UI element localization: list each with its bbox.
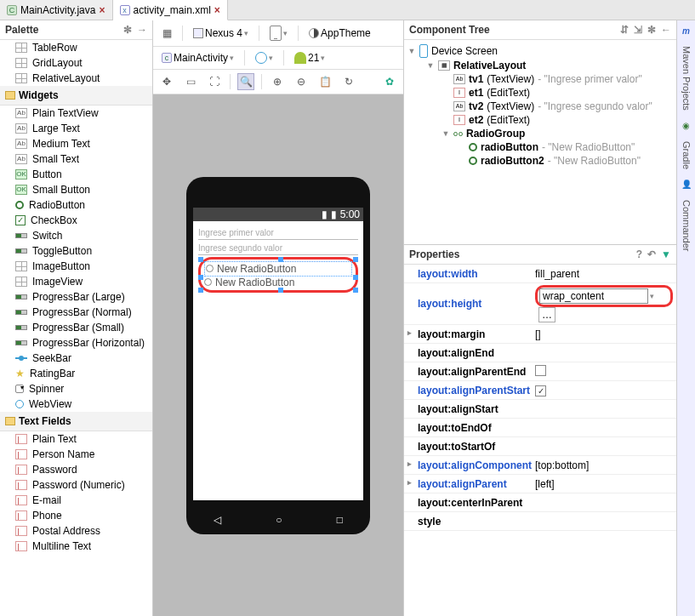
palette-item[interactable]: ImageButton xyxy=(0,259,152,274)
gear-icon[interactable]: ✻ xyxy=(647,24,656,36)
home-icon[interactable]: ○ xyxy=(276,514,282,526)
tab-main-activity[interactable]: C MainActivity.java × xyxy=(0,0,113,20)
collapse-icon[interactable]: ⇲ xyxy=(634,24,642,36)
property-row[interactable]: ▸layout:alignParent[left] xyxy=(404,475,676,493)
palette-item[interactable]: WebView xyxy=(0,396,152,412)
zoom-out-icon[interactable]: ⊖ xyxy=(293,73,310,90)
show-bounds-icon[interactable]: ▦ xyxy=(158,25,175,42)
palette-item[interactable]: Spinner xyxy=(0,381,152,396)
palette-item[interactable]: Phone xyxy=(0,508,152,523)
palette-item[interactable]: ProgressBar (Small) xyxy=(0,320,152,335)
property-row[interactable]: layout:height▾… xyxy=(404,283,676,325)
palette-item[interactable]: AbMedium Text xyxy=(0,136,152,151)
palette-item[interactable]: Plain Text xyxy=(0,431,152,447)
property-row[interactable]: layout:widthfill_parent xyxy=(404,265,676,283)
clipboard-icon[interactable]: 📋 xyxy=(316,73,333,90)
property-row[interactable]: layout:alignStart xyxy=(404,400,676,419)
palette-item[interactable]: Password xyxy=(0,462,152,477)
palette-item[interactable]: SeekBar xyxy=(0,351,152,366)
palette-item[interactable]: ✓CheckBox xyxy=(0,213,152,228)
zoom-icon[interactable]: 🔍 xyxy=(237,73,254,90)
tree-item[interactable]: I et2 (EditText) xyxy=(407,113,673,127)
commander-button[interactable]: Commander xyxy=(680,195,693,257)
tree-item[interactable]: radioButton2 - "New RadioButton" xyxy=(407,154,673,168)
palette-item[interactable]: TableRow xyxy=(0,40,152,55)
m-icon[interactable]: m xyxy=(680,24,693,37)
zoom-fit-icon[interactable]: ⛶ xyxy=(206,73,223,90)
palette-item[interactable]: ProgressBar (Horizontal) xyxy=(0,335,152,351)
property-row[interactable]: layout:centerInParent xyxy=(404,493,676,512)
checkbox[interactable] xyxy=(535,365,546,376)
refresh-icon[interactable]: ↻ xyxy=(340,73,357,90)
palette-item[interactable]: Postal Address xyxy=(0,523,152,539)
palette-item[interactable]: OKSmall Button xyxy=(0,182,152,197)
palette-item[interactable]: GridLayout xyxy=(0,55,152,71)
checkbox[interactable]: ✓ xyxy=(535,385,546,396)
tree-item[interactable]: radioButton - "New RadioButton" xyxy=(407,140,673,154)
property-row[interactable]: layout:toEndOf xyxy=(404,419,676,437)
property-row[interactable]: layout:alignParentEnd xyxy=(404,362,676,381)
chevron-right-icon[interactable]: → xyxy=(137,24,147,36)
property-row[interactable]: ▸layout:margin[] xyxy=(404,325,676,344)
palette-item[interactable]: Multiline Text xyxy=(0,539,152,554)
tree-item[interactable]: ▼ RadioGroup xyxy=(407,127,673,140)
theme-dropdown[interactable]: AppTheme xyxy=(305,26,374,41)
properties-body[interactable]: layout:widthfill_parentlayout:height▾…▸l… xyxy=(404,265,676,616)
maven-projects-button[interactable]: Maven Projects xyxy=(680,41,693,116)
zoom-in-icon[interactable]: ⊕ xyxy=(269,73,286,90)
ellipsis-button[interactable]: … xyxy=(538,307,555,322)
api-dropdown[interactable]: 21 ▾ xyxy=(291,50,328,66)
palette-item[interactable]: OKButton xyxy=(0,167,152,182)
property-row[interactable]: layout:alignEnd xyxy=(404,344,676,362)
tree-item[interactable]: ▼▦ RelativeLayout xyxy=(407,59,673,72)
commander-icon[interactable]: 👤 xyxy=(680,178,693,191)
chevron-left-icon[interactable]: ← xyxy=(661,24,671,36)
palette-item[interactable]: ToggleButton xyxy=(0,243,152,259)
tab-activity-main-xml[interactable]: x activity_main.xml × xyxy=(113,0,228,20)
palette-category[interactable]: Text Fields xyxy=(0,412,152,431)
help-icon[interactable]: ? xyxy=(636,248,642,260)
device-dropdown[interactable]: Nexus 4 ▾ xyxy=(190,26,252,41)
palette-item[interactable]: Person Name xyxy=(0,447,152,462)
device-screen[interactable]: ▮ ▮ 5:00 Ingrese primer valor Ingrese se… xyxy=(193,208,363,500)
hint-tv1[interactable]: Ingrese primer valor xyxy=(198,226,358,240)
design-canvas[interactable]: ▮ ▮ 5:00 Ingrese primer valor Ingrese se… xyxy=(153,94,403,616)
hint-tv2[interactable]: Ingrese segundo valor xyxy=(198,242,358,255)
palette-item[interactable]: Switch xyxy=(0,228,152,243)
expand-icon[interactable]: ⇵ xyxy=(620,24,629,36)
tree-item[interactable]: Ab tv2 (TextView) - "Ingrese segundo val… xyxy=(407,100,673,113)
activity-dropdown[interactable]: c MainActivity ▾ xyxy=(158,50,237,66)
orientation-dropdown[interactable]: ▾ xyxy=(266,24,291,43)
back-icon[interactable]: ◁ xyxy=(214,514,221,526)
tree-item[interactable]: I et1 (EditText) xyxy=(407,86,673,100)
property-row[interactable]: layout:alignParentStart✓ xyxy=(404,381,676,400)
palette-item[interactable]: RadioButton xyxy=(0,197,152,213)
tree-item[interactable]: Ab tv1 (TextView) - "Ingrese primer valo… xyxy=(407,72,673,86)
palette-item[interactable]: AbPlain TextView xyxy=(0,106,152,121)
gradle-button[interactable]: Gradle xyxy=(680,136,693,174)
palette-body[interactable]: TableRowGridLayoutRelativeLayoutWidgetsA… xyxy=(0,40,152,616)
property-input[interactable] xyxy=(539,288,648,304)
filter-icon[interactable]: ▼ xyxy=(661,248,671,260)
select-icon[interactable]: ▭ xyxy=(182,73,199,90)
locale-dropdown[interactable]: ▾ xyxy=(252,50,276,66)
palette-item[interactable]: ProgressBar (Normal) xyxy=(0,305,152,320)
undo-icon[interactable]: ↶ xyxy=(647,248,656,260)
palette-item[interactable]: ProgressBar (Large) xyxy=(0,289,152,305)
radio-button-2[interactable]: New RadioButton xyxy=(204,277,352,288)
property-row[interactable]: ▸layout:alignComponent[top:bottom] xyxy=(404,456,676,475)
palette-category[interactable]: Widgets xyxy=(0,86,152,106)
gradle-icon[interactable]: ◉ xyxy=(680,119,693,133)
tree-root[interactable]: ▼ Device Screen xyxy=(407,43,673,59)
radio-button-1[interactable]: New RadioButton xyxy=(206,263,350,275)
property-row[interactable]: style xyxy=(404,512,676,531)
palette-item[interactable]: RelativeLayout xyxy=(0,71,152,86)
palette-item[interactable]: E-mail xyxy=(0,493,152,508)
property-row[interactable]: layout:toStartOf xyxy=(404,437,676,456)
gear-icon[interactable]: ✻ xyxy=(123,24,132,36)
radio-group-selected[interactable]: New RadioButton New RadioButton xyxy=(198,257,358,293)
palette-item[interactable]: ImageView xyxy=(0,274,152,289)
component-tree[interactable]: ▼ Device Screen ▼▦ RelativeLayoutAb tv1 … xyxy=(404,40,676,244)
recent-icon[interactable]: □ xyxy=(337,514,343,526)
palette-item[interactable]: Password (Numeric) xyxy=(0,477,152,493)
